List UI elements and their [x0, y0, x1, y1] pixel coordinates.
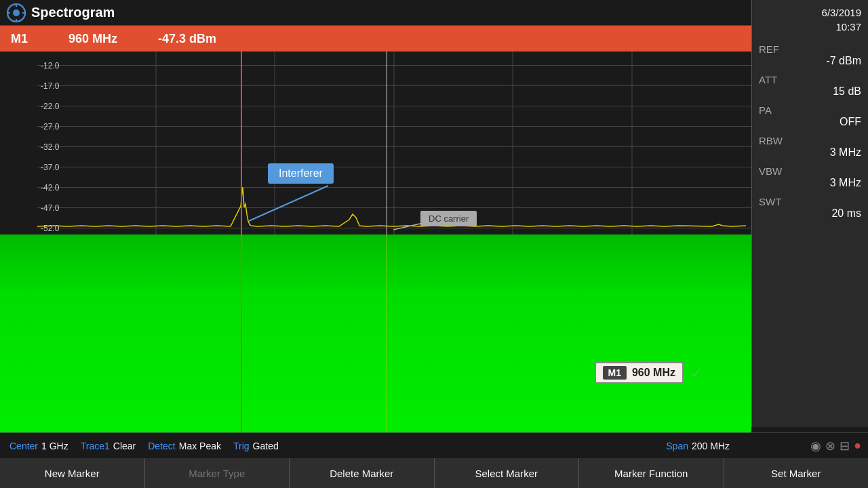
waterfall-display — [0, 235, 751, 438]
pa-label: PA — [759, 104, 861, 116]
marker-type-button[interactable]: Marker Type — [145, 458, 290, 488]
time: 10:37 — [759, 20, 861, 34]
ref-value: -7 dBm — [759, 55, 861, 67]
spectrum-trace — [0, 52, 751, 235]
delete-marker-button[interactable]: Delete Marker — [290, 458, 435, 488]
swt-value: 20 ms — [759, 207, 861, 220]
title-bar: Spectrogram 🔋 — [0, 0, 868, 26]
interferer-annotation: Interferer — [268, 163, 334, 184]
pa-param: PA OFF — [759, 104, 861, 128]
chart-area: -12.0 -17.0 -22.0 -27.0 -32.0 -37.0 -42.… — [0, 52, 751, 438]
spectrum-display: -12.0 -17.0 -22.0 -27.0 -32.0 -37.0 -42.… — [0, 52, 751, 235]
center-label: Center — [9, 441, 38, 451]
ref-param: REF -7 dBm — [759, 43, 861, 67]
detect-label: Detect — [148, 441, 175, 451]
right-panel: 6/3/2019 10:37 REF -7 dBm ATT 15 dB PA O… — [751, 0, 868, 427]
swt-label: SWT — [759, 196, 861, 207]
vbw-param: VBW 3 MHz — [759, 165, 861, 189]
center-value: 1 GHz — [41, 441, 68, 451]
new-marker-button[interactable]: New Marker — [0, 458, 145, 488]
checkmark-icon: ✓ — [690, 365, 703, 382]
app-title: Spectrogram — [31, 5, 115, 20]
status-bar: Center 1 GHz Trace1 Clear Detect Max Pea… — [0, 432, 751, 458]
vbw-value: 3 MHz — [759, 177, 861, 189]
record-icon: ● — [854, 439, 861, 453]
marker-power: -47.3 dBm — [158, 32, 216, 46]
trace-status: Trace1 Clear — [81, 441, 136, 451]
detect-status: Detect Max Peak — [148, 441, 221, 451]
date: 6/3/2019 — [759, 5, 861, 20]
ref-label: REF — [759, 43, 861, 55]
eye-icon: ◉ — [810, 439, 821, 453]
readout-frequency: 960 MHz — [632, 367, 675, 379]
att-param: ATT 15 dB — [759, 74, 861, 98]
span-status: Span 200 MHz — [666, 441, 730, 451]
display-icon: ⊟ — [840, 439, 850, 453]
marker-info-bar: M1 960 MHz -47.3 dBm — [0, 26, 751, 52]
vbw-label: VBW — [759, 165, 861, 177]
select-marker-button[interactable]: Select Marker — [435, 458, 580, 488]
date-time: 6/3/2019 10:37 — [759, 5, 861, 34]
settings-icon: ⊗ — [825, 439, 835, 453]
rbw-param: RBW 3 MHz — [759, 135, 861, 159]
center-status: Center 1 GHz — [9, 441, 68, 451]
marker-readout-box: M1 960 MHz — [595, 362, 684, 384]
span-value: 200 MHz — [692, 441, 730, 451]
waterfall-m1-line — [241, 235, 242, 438]
swt-param: SWT 20 ms — [759, 196, 861, 220]
trig-label: Trig — [233, 441, 250, 451]
marker-label: M1 — [11, 32, 28, 46]
readout-badge: M1 — [603, 366, 627, 380]
marker-frequency: 960 MHz — [68, 32, 117, 46]
pa-value: OFF — [759, 116, 861, 128]
trace-value: Clear — [113, 441, 136, 451]
bottom-icons-panel: ◉ ⊗ ⊟ ● — [751, 432, 868, 458]
app-logo — [7, 3, 26, 22]
trace-label: Trace1 — [81, 441, 110, 451]
rbw-value: 3 MHz — [759, 146, 861, 159]
att-label: ATT — [759, 74, 861, 85]
trig-status: Trig Gated — [233, 441, 279, 451]
waterfall-dc-line — [387, 235, 387, 438]
rbw-label: RBW — [759, 135, 861, 146]
dc-carrier-annotation: DC carrier — [420, 211, 477, 226]
bottom-toolbar: New Marker Marker Type Delete Marker Sel… — [0, 458, 868, 488]
set-marker-button[interactable]: Set Marker — [724, 458, 869, 488]
marker-function-button[interactable]: Marker Function — [579, 458, 724, 488]
svg-point-1 — [13, 9, 20, 16]
trig-value: Gated — [253, 441, 279, 451]
detect-value: Max Peak — [179, 441, 221, 451]
att-value: 15 dB — [759, 85, 861, 98]
span-label: Span — [666, 441, 688, 451]
